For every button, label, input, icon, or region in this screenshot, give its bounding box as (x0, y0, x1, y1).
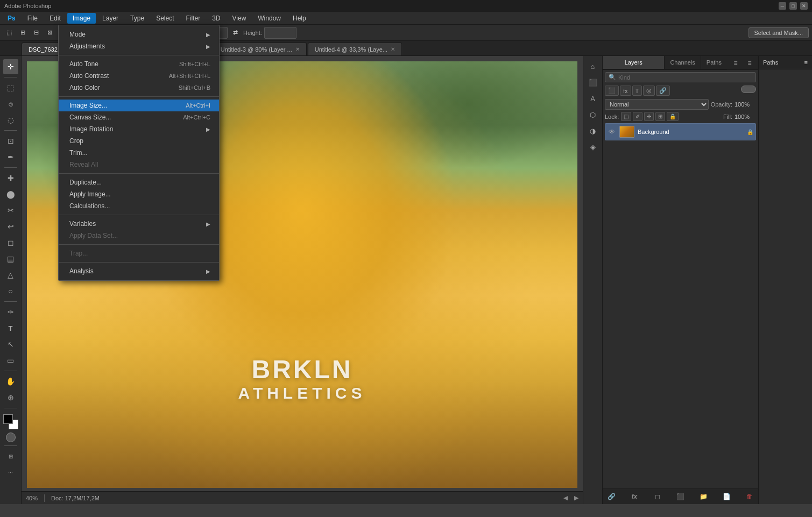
menu-auto-tone[interactable]: Auto Tone Shift+Ctrl+L (59, 58, 219, 70)
image-size-label: Image Size... (69, 102, 107, 109)
trim-label: Trim... (69, 149, 88, 157)
sep-5 (59, 244, 219, 245)
menu-image-rotation[interactable]: Image Rotation ▶ (59, 123, 219, 135)
sep-1 (59, 55, 219, 55)
canvas-size-label: Canvas Size... (69, 114, 111, 121)
menu-section-1: Mode ▶ Adjustments ▶ (59, 27, 219, 53)
menu-apply-data-set: Apply Data Set... (59, 230, 219, 242)
auto-color-label: Auto Color (69, 84, 100, 91)
duplicate-label: Duplicate... (69, 179, 102, 186)
menu-crop[interactable]: Crop (59, 135, 219, 147)
menu-section-5: Variables ▶ Apply Data Set... (59, 217, 219, 243)
menu-canvas-size[interactable]: Canvas Size... Alt+Ctrl+C (59, 111, 219, 123)
canvas-size-shortcut: Alt+Ctrl+C (183, 114, 210, 121)
menu-mode-label: Mode (69, 31, 86, 38)
image-menu: Mode ▶ Adjustments ▶ Auto Tone Shift+Ctr… (58, 25, 220, 281)
auto-color-shortcut: Shift+Ctrl+B (179, 84, 210, 91)
menu-apply-image[interactable]: Apply Image... (59, 188, 219, 200)
auto-tone-label: Auto Tone (69, 60, 98, 68)
auto-contrast-shortcut: Alt+Shift+Ctrl+L (169, 73, 210, 79)
sep-3 (59, 173, 219, 174)
menu-auto-color[interactable]: Auto Color Shift+Ctrl+B (59, 82, 219, 94)
menu-trap: Trap... (59, 247, 219, 259)
menu-variables[interactable]: Variables ▶ (59, 218, 219, 230)
variables-label: Variables (69, 220, 96, 228)
menu-mode[interactable]: Mode ▶ (59, 29, 219, 40)
menu-adjustments[interactable]: Adjustments ▶ (59, 40, 219, 52)
menu-section-4: Duplicate... Apply Image... Calculations… (59, 175, 219, 213)
menu-analysis[interactable]: Analysis ▶ (59, 265, 219, 277)
reveal-all-label: Reveal All (69, 161, 98, 168)
menu-duplicate[interactable]: Duplicate... (59, 176, 219, 188)
menu-section-2: Auto Tone Shift+Ctrl+L Auto Contrast Alt… (59, 57, 219, 95)
menu-adjustments-label: Adjustments (69, 43, 105, 50)
image-size-shortcut: Alt+Ctrl+I (186, 102, 210, 109)
variables-arrow: ▶ (206, 221, 210, 227)
menu-section-7: Analysis ▶ (59, 264, 219, 278)
auto-contrast-label: Auto Contrast (69, 72, 109, 80)
crop-label: Crop (69, 137, 83, 145)
menu-section-6: Trap... (59, 246, 219, 260)
menu-reveal-all: Reveal All (59, 159, 219, 171)
apply-data-set-label: Apply Data Set... (69, 232, 118, 239)
menu-auto-contrast[interactable]: Auto Contrast Alt+Shift+Ctrl+L (59, 70, 219, 82)
sep-6 (59, 262, 219, 263)
menu-trim[interactable]: Trim... (59, 147, 219, 159)
trap-label: Trap... (69, 250, 88, 257)
menu-calculations[interactable]: Calculations... (59, 200, 219, 212)
auto-tone-shortcut: Shift+Ctrl+L (179, 61, 210, 67)
apply-image-label: Apply Image... (69, 190, 111, 198)
sep-4 (59, 215, 219, 215)
analysis-label: Analysis (69, 267, 94, 275)
calculations-label: Calculations... (69, 202, 110, 210)
adjustments-arrow: ▶ (206, 44, 210, 49)
analysis-arrow: ▶ (206, 268, 210, 274)
mode-arrow: ▶ (206, 32, 210, 38)
image-rotation-arrow: ▶ (206, 126, 210, 132)
sep-2 (59, 96, 219, 97)
image-rotation-label: Image Rotation (69, 125, 113, 133)
menu-section-3: Image Size... Alt+Ctrl+I Canvas Size... … (59, 98, 219, 172)
menu-image-size[interactable]: Image Size... Alt+Ctrl+I (59, 100, 219, 111)
